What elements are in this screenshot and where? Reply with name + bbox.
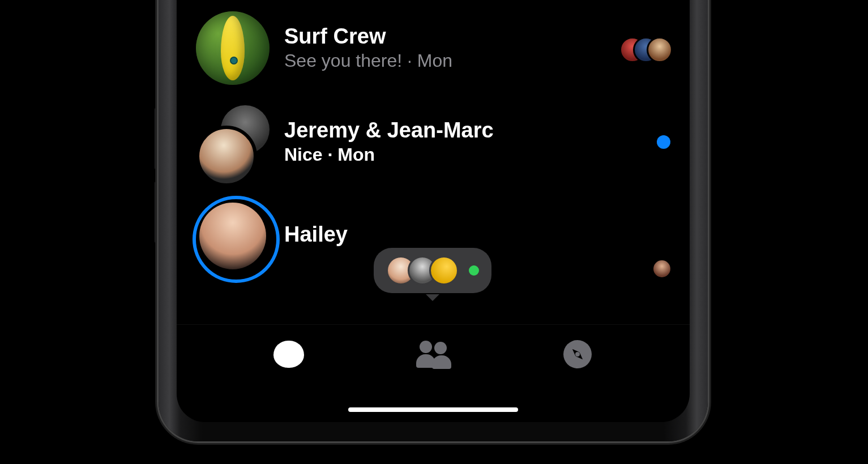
chat-row[interactable]: Jeremy & Jean-Marc Nice · Mon [177, 95, 690, 189]
preview-text: See you there! [284, 50, 402, 71]
active-avatar [429, 256, 459, 285]
avatar-image [196, 11, 270, 85]
stage: K sounds good · 8:24am Surf Crew Se [0, 0, 868, 464]
avatar [196, 105, 270, 179]
active-now-popover[interactable] [374, 248, 491, 293]
online-dot-icon [469, 265, 479, 276]
chat-list: K sounds good · 8:24am Surf Crew Se [177, 0, 690, 360]
unread-dot-icon [657, 135, 670, 149]
read-avatar [647, 37, 673, 63]
tab-bar [177, 324, 690, 422]
preview-text: Nice [284, 144, 323, 165]
read-avatar [653, 260, 670, 277]
preview-time: Mon [337, 144, 375, 165]
chat-title: Hailey [284, 223, 639, 247]
chat-row[interactable]: Surf Crew See you there! · Mon [177, 1, 690, 95]
chat-title: Jeremy & Jean-Marc [284, 119, 642, 143]
separator: · [323, 144, 338, 165]
tab-people[interactable] [416, 337, 450, 371]
home-indicator[interactable] [348, 407, 518, 412]
chat-title: Surf Crew [284, 25, 605, 49]
avatar-image [199, 203, 266, 269]
people-icon [416, 341, 450, 368]
avatar [196, 11, 270, 85]
avatar-image [196, 126, 257, 187]
surfboard-icon [221, 16, 245, 80]
avatar [196, 199, 270, 273]
tab-chats[interactable] [272, 337, 306, 371]
phone-screen: K sounds good · 8:24am Surf Crew Se [177, 0, 690, 422]
read-receipts [619, 37, 670, 59]
chat-preview: Nice · Mon [284, 144, 642, 165]
tab-discover[interactable] [561, 337, 595, 371]
chat-text: Surf Crew See you there! · Mon [284, 25, 605, 72]
chat-bubble-icon [273, 341, 304, 368]
preview-time: Mon [417, 50, 452, 71]
chat-preview: See you there! · Mon [284, 50, 605, 71]
chat-text: Hailey [284, 223, 639, 249]
phone-frame: K sounds good · 8:24am Surf Crew Se [159, 0, 708, 441]
chat-text: Jeremy & Jean-Marc Nice · Mon [284, 119, 642, 166]
compass-icon [563, 340, 592, 368]
separator: · [402, 50, 417, 71]
